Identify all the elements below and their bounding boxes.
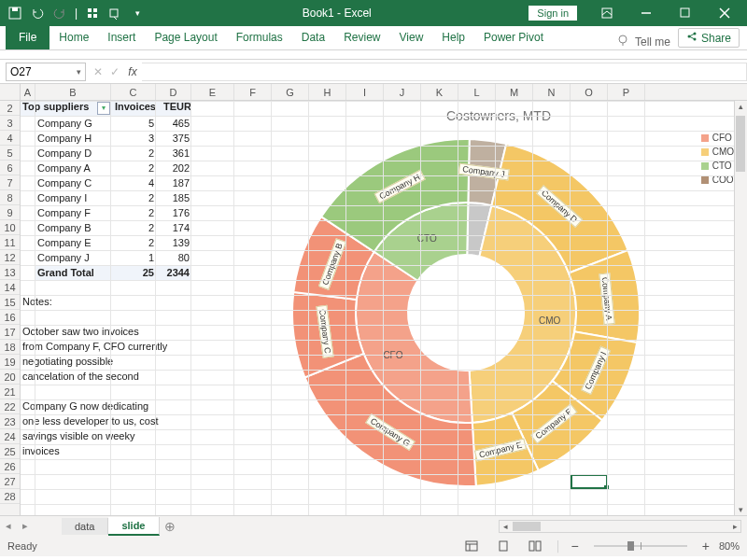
row-header-19[interactable]: 19 [0,355,20,370]
tab-help[interactable]: Help [432,26,474,49]
hscroll-thumb[interactable] [513,522,541,531]
row-header-7[interactable]: 7 [0,175,20,190]
cell-supplier-6[interactable]: Company F [35,205,111,220]
redo-icon[interactable] [52,6,67,21]
scroll-up-icon[interactable]: ▴ [735,101,746,112]
cell-supplier-8[interactable]: Company E [35,235,111,250]
tab-data[interactable]: Data [292,26,334,49]
minimize-button[interactable] [627,0,665,26]
cell-supplier-0[interactable]: Company G [35,116,111,131]
cell-invoices-1[interactable]: 3 [111,131,156,146]
row-header-5[interactable]: 5 [0,146,20,161]
tab-review[interactable]: Review [334,26,389,49]
cell-supplier-9[interactable]: Company J [35,250,111,265]
row-header-15[interactable]: 15 [0,295,20,310]
col-header-M[interactable]: M [496,84,533,100]
scroll-left-icon[interactable]: ◂ [500,521,511,532]
col-header-N[interactable]: N [533,84,571,100]
zoom-knob[interactable] [627,541,634,551]
col-header-A[interactable]: A [21,84,35,100]
qat-addin-icon[interactable] [107,6,122,21]
tab-formulas[interactable]: Formulas [227,26,292,49]
cell-teur-2[interactable]: 361 [156,146,191,161]
fx-icon[interactable]: fx [123,65,142,78]
tell-me[interactable]: Tell me [616,34,670,49]
row-header-21[interactable]: 21 [0,385,20,399]
row-header-4[interactable]: 4 [0,131,20,146]
cell-teur-7[interactable]: 174 [156,220,191,235]
col-header-C[interactable]: C [111,84,156,100]
name-box[interactable]: O27 ▾ [6,63,86,81]
row-header-2[interactable]: 2 [0,101,20,116]
cell-grand-total-label[interactable]: Grand Total [35,265,111,280]
row-header-23[interactable]: 23 [0,414,20,429]
cell-supplier-4[interactable]: Company C [35,175,111,190]
row-header-22[interactable]: 22 [0,399,20,414]
view-page-break-icon[interactable] [524,539,546,553]
col-header-K[interactable]: K [421,84,458,100]
row-header-12[interactable]: 12 [0,250,20,265]
horizontal-scrollbar[interactable]: ◂ ▸ [499,520,741,533]
tab-view[interactable]: View [390,26,433,49]
cell-teur-5[interactable]: 185 [156,190,191,205]
tab-page-layout[interactable]: Page Layout [145,26,226,49]
row-header-25[interactable]: 25 [0,444,20,459]
cell-teur-8[interactable]: 139 [156,235,191,250]
zoom-level[interactable]: 80% [719,540,740,552]
cell-invoices-8[interactable]: 2 [111,235,156,250]
cell-invoices-7[interactable]: 2 [111,220,156,235]
cell-teur-4[interactable]: 187 [156,175,191,190]
col-header-H[interactable]: H [309,84,346,100]
new-sheet-button[interactable]: ⊕ [160,519,180,534]
row-header-16[interactable]: 16 [0,310,20,325]
cell-supplier-2[interactable]: Company D [35,146,111,161]
cell-supplier-5[interactable]: Company I [35,190,111,205]
row-header-18[interactable]: 18 [0,340,20,355]
share-button[interactable]: Share [678,28,740,48]
vscroll-thumb[interactable] [736,116,745,172]
cell-invoices-3[interactable]: 2 [111,161,156,175]
col-header-B[interactable]: B [35,84,111,100]
row-header-9[interactable]: 9 [0,205,20,220]
tab-insert[interactable]: Insert [98,26,145,49]
cell-grand-total-teur[interactable]: 2344 [156,265,191,280]
cell-invoices-2[interactable]: 2 [111,146,156,161]
view-normal-icon[interactable] [460,539,483,553]
zoom-out-button[interactable]: − [571,539,579,553]
formula-input[interactable] [142,63,747,81]
sheet-nav-last-icon[interactable]: ▸ [17,520,34,532]
select-all-corner[interactable] [0,84,21,101]
col-header-G[interactable]: G [272,84,309,100]
save-icon[interactable] [7,6,22,21]
col-header-P[interactable]: P [608,84,645,100]
sign-in-button[interactable]: Sign in [529,6,577,21]
row-header-13[interactable]: 13 [0,265,20,280]
col-header-O[interactable]: O [571,84,608,100]
view-page-layout-icon[interactable] [492,539,514,553]
cell-teur-6[interactable]: 176 [156,205,191,220]
vertical-scrollbar[interactable]: ▴ ▾ [734,101,747,515]
row-header-27[interactable]: 27 [0,474,20,489]
cell-grand-total-invoices[interactable]: 25 [111,265,156,280]
col-header-F[interactable]: F [234,84,272,100]
filter-button-suppliers[interactable]: ▾ [97,102,110,115]
tab-file[interactable]: File [6,26,49,49]
col-header-J[interactable]: J [384,84,421,100]
cell-supplier-3[interactable]: Company A [35,161,111,175]
cell-invoices-0[interactable]: 5 [111,116,156,131]
cell-invoices-6[interactable]: 2 [111,205,156,220]
undo-icon[interactable] [30,6,45,21]
col-header-I[interactable]: I [346,84,384,100]
scroll-down-icon[interactable]: ▾ [735,504,746,515]
qat-customize-icon[interactable]: ▾ [130,6,145,21]
row-header-28[interactable]: 28 [0,489,20,504]
worksheet-grid[interactable]: 2345678910111213141516171819202122232425… [0,84,747,515]
col-header-D[interactable]: D [156,84,191,100]
row-header-8[interactable]: 8 [0,190,20,205]
name-box-dropdown-icon[interactable]: ▾ [77,67,81,77]
row-header-6[interactable]: 6 [0,161,20,175]
tab-power-pivot[interactable]: Power Pivot [474,26,553,49]
row-header-3[interactable]: 3 [0,116,20,131]
sheet-tab-slide[interactable]: slide [108,517,159,536]
scroll-right-icon[interactable]: ▸ [729,521,740,532]
